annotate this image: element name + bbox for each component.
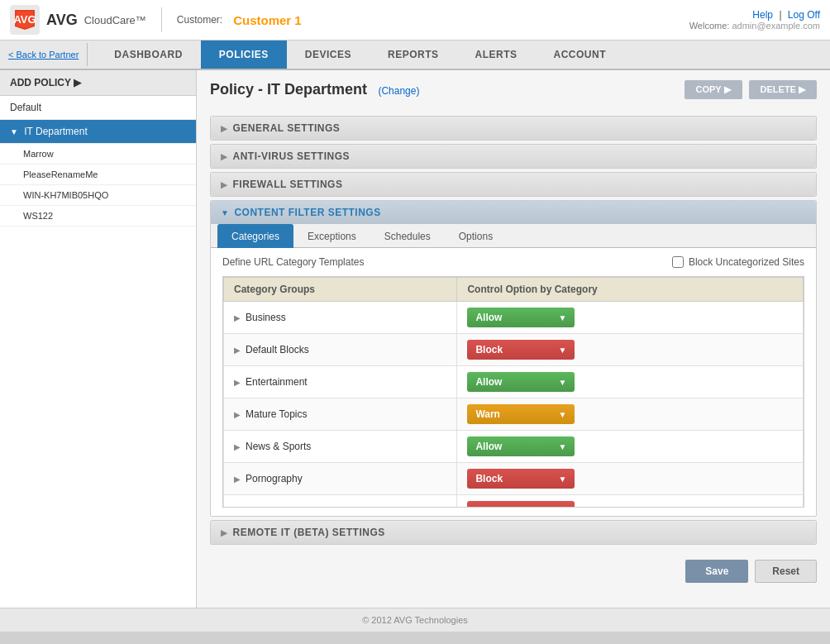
dropdown-arrow-icon: ▼ <box>558 410 566 419</box>
control-dropdown-business[interactable]: Allow▼ <box>467 308 575 327</box>
row-expand-arrow-icon[interactable]: ▶ <box>234 507 241 508</box>
antivirus-settings-panel: ▶ ANTI-VIRUS SETTINGS <box>210 144 817 169</box>
content-filter-arrow-icon: ▼ <box>221 208 229 217</box>
copy-button[interactable]: COPY ▶ <box>685 80 742 99</box>
top-right-area: Help | Log Off Welcome: admin@example.co… <box>689 9 820 31</box>
cloudcare-brand-text: CloudCare™ <box>84 14 146 26</box>
category-name-cell: ▶Business <box>224 302 457 334</box>
dropdown-arrow-icon: ▼ <box>558 346 566 355</box>
general-settings-header[interactable]: ▶ GENERAL SETTINGS <box>211 117 816 140</box>
categories-table: Category Groups Control Option by Catego… <box>223 277 804 508</box>
control-dropdown-entertainment[interactable]: Allow▼ <box>467 372 575 392</box>
nav-tab-reports[interactable]: REPORTS <box>370 41 457 69</box>
remote-it-header[interactable]: ▶ REMOTE IT (BETA) SETTINGS <box>211 521 816 544</box>
content-filter-header[interactable]: ▼ CONTENT FILTER SETTINGS <box>211 201 816 224</box>
nav-tab-alerts[interactable]: ALERTS <box>457 41 536 69</box>
back-to-partner-link[interactable]: < Back to Partner <box>8 43 88 66</box>
firewall-settings-panel: ▶ FIREWALL SETTINGS <box>210 172 817 197</box>
define-url-label: Define URL Category Templates <box>222 256 364 268</box>
categories-table-wrapper[interactable]: Category Groups Control Option by Catego… <box>222 276 804 508</box>
antivirus-settings-header[interactable]: ▶ ANTI-VIRUS SETTINGS <box>211 145 816 168</box>
reset-button[interactable]: Reset <box>755 560 817 583</box>
policy-title: Policy - IT Department <box>210 81 367 98</box>
help-link[interactable]: Help <box>752 9 773 21</box>
table-row: ▶News & SportsAllow▼ <box>224 431 804 463</box>
control-label: Block <box>475 344 555 355</box>
row-expand-arrow-icon[interactable]: ▶ <box>234 378 241 387</box>
category-control-cell: Allow▼ <box>457 431 804 463</box>
remote-it-panel: ▶ REMOTE IT (BETA) SETTINGS <box>210 520 817 545</box>
row-expand-arrow-icon[interactable]: ▶ <box>234 346 241 355</box>
category-control-cell: Block▼ <box>457 495 804 508</box>
sidebar-item-default[interactable]: Default <box>0 96 196 120</box>
dropdown-arrow-icon: ▼ <box>558 378 566 387</box>
control-label: Allow <box>475 376 555 388</box>
control-dropdown-default-blocks[interactable]: Block▼ <box>467 340 575 360</box>
content-filter-tabs: Categories Exceptions Schedules Options <box>211 224 816 248</box>
control-dropdown-pornography[interactable]: Block▼ <box>467 469 575 489</box>
row-expand-arrow-icon[interactable]: ▶ <box>234 442 241 451</box>
general-settings-label: GENERAL SETTINGS <box>233 122 341 134</box>
expand-arrow-down-icon: ▼ <box>10 127 18 136</box>
control-dropdown-news-sports[interactable]: Allow▼ <box>467 436 575 456</box>
copyright-text: © 2012 AVG Technologies <box>362 615 468 625</box>
nav-tab-dashboard[interactable]: DASHBOARD <box>96 41 201 69</box>
customer-name: Customer 1 <box>233 13 302 27</box>
svg-text:AVG: AVG <box>13 13 36 26</box>
sidebar-child-marrow[interactable]: Marrow <box>0 144 196 165</box>
remote-it-arrow-icon: ▶ <box>221 528 228 537</box>
control-label: Block <box>475 505 555 508</box>
control-dropdown-prohibited[interactable]: Block▼ <box>467 501 575 508</box>
sidebar: ADD POLICY ▶ Default ▼ IT Department Mar… <box>0 70 197 608</box>
add-policy-button[interactable]: ADD POLICY ▶ <box>0 70 196 96</box>
row-expand-arrow-icon[interactable]: ▶ <box>234 313 241 322</box>
nav-tab-devices[interactable]: DEVICES <box>287 41 370 69</box>
category-name-cell: ▶News & Sports <box>224 431 457 463</box>
firewall-settings-header[interactable]: ▶ FIREWALL SETTINGS <box>211 173 816 196</box>
table-row: ▶Default BlocksBlock▼ <box>224 334 804 366</box>
control-dropdown-mature-topics[interactable]: Warn▼ <box>467 404 575 424</box>
table-row: ▶EntertainmentAllow▼ <box>224 366 804 398</box>
tab-schedules[interactable]: Schedules <box>370 224 445 248</box>
row-expand-arrow-icon[interactable]: ▶ <box>234 410 241 419</box>
nav-tab-policies[interactable]: POLICIES <box>201 41 287 69</box>
sidebar-child-win[interactable]: WIN-KH7MIB05HQO <box>0 185 196 206</box>
col-header-control-option: Control Option by Category <box>457 278 804 302</box>
welcome-email: admin@example.com <box>732 21 820 31</box>
table-row: ▶BusinessAllow▼ <box>224 302 804 334</box>
sidebar-child-ws122[interactable]: WS122 <box>0 206 196 227</box>
tab-exceptions[interactable]: Exceptions <box>293 224 370 248</box>
table-header-row: Define URL Category Templates Block Unca… <box>222 256 804 268</box>
tab-categories[interactable]: Categories <box>217 224 293 248</box>
separator: | <box>779 9 781 21</box>
logout-link[interactable]: Log Off <box>788 9 820 21</box>
page-footer: © 2012 AVG Technologies <box>0 608 830 632</box>
main-container: ADD POLICY ▶ Default ▼ IT Department Mar… <box>0 70 830 608</box>
control-label: Warn <box>475 408 555 420</box>
nav-tabs: DASHBOARD POLICIES DEVICES REPORTS ALERT… <box>96 41 624 69</box>
dropdown-arrow-icon: ▼ <box>558 442 566 451</box>
sidebar-child-pleaserenameMe[interactable]: PleaseRenameMe <box>0 165 196 185</box>
category-control-cell: Block▼ <box>457 463 804 495</box>
change-policy-link[interactable]: (Change) <box>378 85 419 97</box>
category-control-cell: Allow▼ <box>457 302 804 334</box>
block-uncategorized-checkbox[interactable] <box>672 256 684 268</box>
control-label: Allow <box>475 312 555 323</box>
antivirus-settings-arrow-icon: ▶ <box>221 152 228 161</box>
footer-actions: Save Reset <box>210 553 817 589</box>
sidebar-item-it-department[interactable]: ▼ IT Department <box>0 120 196 144</box>
policy-title-area: Policy - IT Department (Change) <box>210 81 419 98</box>
avg-logo-icon: AVG <box>10 5 40 35</box>
dropdown-arrow-icon: ▼ <box>558 507 566 508</box>
nav-tab-account[interactable]: ACCOUNT <box>536 41 625 69</box>
tab-options[interactable]: Options <box>445 224 507 248</box>
table-row: ▶PornographyBlock▼ <box>224 463 804 495</box>
customer-label: Customer: <box>177 14 222 26</box>
row-expand-arrow-icon[interactable]: ▶ <box>234 475 241 484</box>
table-row: ▶Mature TopicsWarn▼ <box>224 398 804 431</box>
categories-content: Define URL Category Templates Block Unca… <box>211 248 816 516</box>
save-button[interactable]: Save <box>685 560 748 583</box>
category-name-cell: ▶Prohibited <box>224 495 457 508</box>
antivirus-settings-label: ANTI-VIRUS SETTINGS <box>233 150 351 162</box>
delete-button[interactable]: DELETE ▶ <box>749 80 817 99</box>
